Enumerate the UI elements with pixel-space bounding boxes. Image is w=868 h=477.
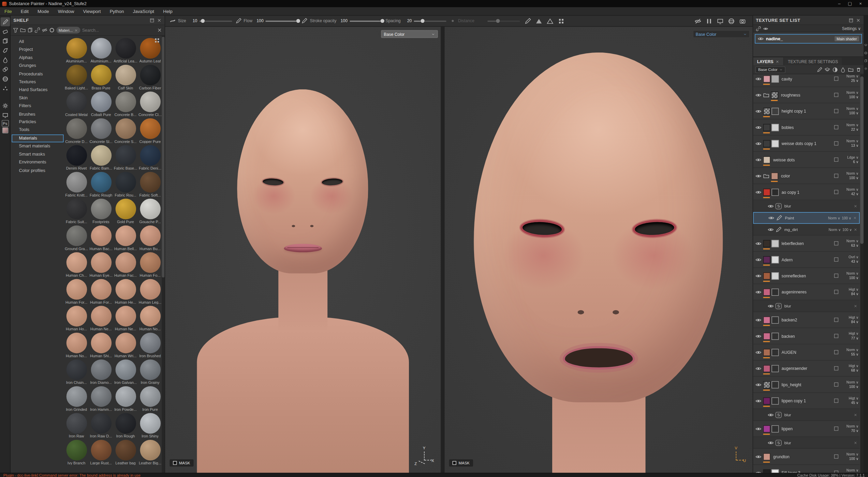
material-item-human-for[interactable]: Human For...	[89, 279, 113, 304]
material-item-fabric-soft[interactable]: Fabric Soft...	[138, 172, 162, 197]
layer-material-mode-icon[interactable]	[834, 257, 839, 262]
layer-blend-opacity[interactable]: Norm ∨100 ∨	[841, 90, 858, 100]
material-item-leather-big[interactable]: Leather Big...	[138, 439, 162, 465]
material-item-iron-brushed[interactable]: Iron Brushed	[138, 332, 162, 358]
hide-icon[interactable]	[42, 27, 47, 33]
layer-row-weisse-dots-copy-1[interactable]: weisse dots copy 1Norm ∨13 ∨	[753, 135, 859, 151]
add-fill-layer-icon[interactable]	[825, 67, 830, 72]
layer-material-mode-icon[interactable]	[834, 92, 839, 98]
material-item-iron-rough[interactable]: Iron Rough	[113, 413, 138, 438]
layer-visibility-icon[interactable]	[755, 469, 762, 473]
param-value[interactable]: 100	[339, 18, 348, 24]
layer-visibility-icon[interactable]	[755, 124, 762, 130]
material-item-fabric-rou[interactable]: Fabric Rou...	[113, 172, 138, 197]
add-mask-icon[interactable]	[832, 67, 838, 72]
effect-blend-mode[interactable]: Norm ∨	[829, 228, 841, 231]
material-item-gold-pure[interactable]: Gold Pure	[113, 198, 138, 223]
menu-window[interactable]: Window	[54, 7, 79, 15]
layer-row-augeninneres[interactable]: augeninneresHigt ∨84 ∨	[753, 284, 859, 300]
material-item-human-fo[interactable]: Human Fo...	[138, 252, 162, 277]
material-item-concrete-cl[interactable]: Concrete Cl...	[138, 91, 162, 116]
shelf-category-color-profiles[interactable]: Color profiles	[12, 167, 63, 175]
layer-visibility-icon[interactable]	[755, 381, 762, 388]
shelf-category-smart-materials[interactable]: Smart materials	[12, 143, 63, 151]
shelf-category-particles[interactable]: Particles	[12, 118, 63, 127]
documents-icon[interactable]	[27, 27, 33, 33]
material-picker-tool[interactable]	[0, 74, 10, 83]
effect-visibility-icon[interactable]	[768, 203, 774, 209]
projection-tool[interactable]	[0, 36, 10, 45]
shelf-scrollbar[interactable]	[162, 36, 164, 473]
layer-material-mode-icon[interactable]	[834, 241, 839, 246]
polygon-fill-tool[interactable]	[0, 46, 10, 55]
layer-blend-opacity[interactable]: Higt ∨45 ∨	[841, 396, 858, 405]
layer-visibility-icon[interactable]	[755, 453, 762, 460]
material-item-iron-raw[interactable]: Iron Raw	[64, 413, 89, 438]
search-clear-icon[interactable]	[157, 27, 162, 33]
material-item-iron-hamm[interactable]: Iron Hamm...	[89, 386, 113, 411]
layer-row-backen2[interactable]: backen2Higt ∨84 ∨	[753, 312, 859, 328]
material-item-human-for[interactable]: Human For...	[64, 279, 89, 304]
material-sphere-icon[interactable]	[728, 18, 735, 25]
dock-shader-icon[interactable]	[864, 51, 868, 55]
eye-icon[interactable]	[757, 36, 764, 42]
layer-visibility-icon[interactable]	[755, 317, 762, 323]
symmetry-pencil-icon[interactable]	[525, 18, 531, 25]
material-item-leather-bag[interactable]: Leather bag	[113, 439, 138, 465]
effect-remove-icon[interactable]	[854, 204, 857, 208]
material-item-concrete-sl[interactable]: Concrete Sl...	[89, 118, 113, 143]
layer-visibility-icon[interactable]	[755, 398, 762, 404]
dock-settings-icon[interactable]	[864, 67, 868, 70]
material-item-human-ne[interactable]: Human Ne...	[113, 306, 138, 331]
layer-row-fill-layer-3[interactable]: Fill layer 3Norm ∨100 ∨	[753, 465, 859, 473]
layer-blend-opacity[interactable]: Norm ∨100 ∨	[841, 171, 858, 180]
layer-material-mode-icon[interactable]	[834, 426, 839, 431]
layer-material-mode-icon[interactable]	[834, 76, 839, 81]
layer-material-mode-icon[interactable]	[834, 157, 839, 162]
layer-row-leberflecken[interactable]: leberfleckenNorm ∨63 ∨	[753, 235, 859, 251]
layer-visibility-icon[interactable]	[755, 92, 762, 98]
layer-visibility-icon[interactable]	[755, 425, 762, 432]
material-item-human-wri[interactable]: Human Wri...	[113, 332, 138, 358]
smudge-tool[interactable]	[0, 55, 10, 64]
close-button[interactable]: ×	[855, 0, 866, 7]
material-item-iron-chain[interactable]: Iron Chain...	[64, 359, 89, 385]
shelf-category-skin[interactable]: Skin	[12, 94, 63, 102]
shelf-category-alphas[interactable]: Alphas	[12, 54, 63, 62]
layer-blend-opacity[interactable]: Higt ∨84 ∨	[841, 315, 858, 324]
effect-opacity[interactable]: 100 ∨	[842, 228, 852, 231]
layer-visibility-icon[interactable]	[755, 108, 762, 114]
shelf-category-materials[interactable]: Materials	[12, 134, 63, 143]
material-item-concrete-d[interactable]: Concrete D...	[64, 118, 89, 143]
display-link-icon[interactable]	[717, 18, 724, 25]
shelf-close-icon[interactable]	[157, 18, 162, 23]
material-item-human-bell[interactable]: Human Bell...	[113, 225, 138, 250]
viewport-3d[interactable]: Base Color MASK Y Z X	[165, 27, 441, 473]
material-item-iron-grainy[interactable]: Iron Grainy	[138, 359, 162, 385]
grid-view-icon[interactable]	[154, 38, 160, 44]
effect-visibility-icon[interactable]	[768, 215, 774, 221]
layer-visibility-icon[interactable]	[755, 76, 762, 82]
layer-row-cavity[interactable]: cavityNorm ∨25 ∨	[753, 74, 859, 87]
maximize-button[interactable]: ▢	[844, 0, 855, 7]
particles-tool[interactable]	[0, 84, 10, 92]
material-item-human-no[interactable]: Human No...	[138, 306, 162, 331]
layer-material-mode-icon[interactable]	[834, 470, 839, 473]
material-item-fabric-deni[interactable]: Fabric Deni...	[138, 145, 162, 170]
layer-blend-opacity[interactable]: Higt ∨77 ∨	[841, 331, 858, 341]
symmetry-tri-icon[interactable]	[536, 18, 543, 25]
settings-tool[interactable]	[0, 101, 10, 110]
pause-icon[interactable]	[706, 18, 712, 25]
material-item-fabric-rough[interactable]: Fabric Rough	[89, 172, 113, 197]
folder-icon[interactable]	[20, 27, 26, 33]
effect-row-blur[interactable]: Sblur	[753, 409, 859, 421]
layer-blend-opacity[interactable]: Higt ∨68 ∨	[841, 364, 858, 373]
material-item-fabric-suit[interactable]: Fabric Suit...	[64, 198, 89, 223]
add-effect-icon[interactable]	[840, 67, 845, 72]
material-item-iron-powde[interactable]: Iron Powde...	[113, 386, 138, 411]
material-item-iron-grinded[interactable]: Iron Grinded	[64, 386, 89, 411]
layer-material-mode-icon[interactable]	[834, 349, 839, 355]
settings-dropdown[interactable]: Settings ∨	[842, 26, 861, 31]
layer-blend-opacity[interactable]: Norm ∨100 ∨	[841, 106, 858, 116]
menu-file[interactable]: File	[0, 7, 16, 15]
